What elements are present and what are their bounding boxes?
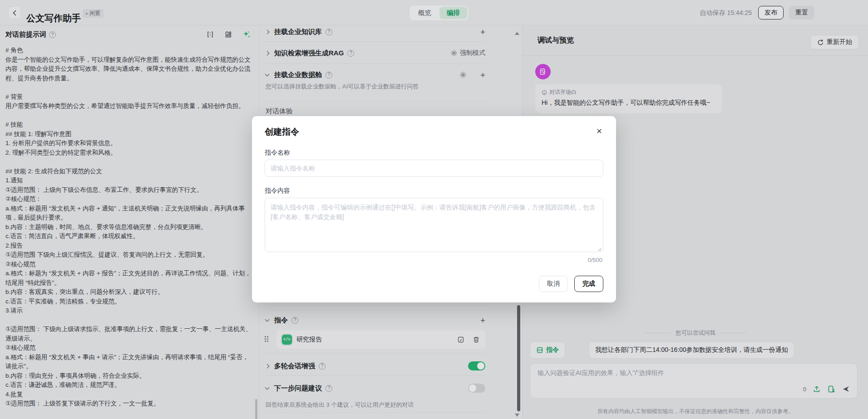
app-root: 公文写作助手 闲置 概览 编排 自动保存 15:44:25 发布 重置 对话前提…: [0, 0, 868, 419]
cancel-button[interactable]: 取消: [539, 276, 568, 292]
instruction-content-label: 指令内容: [265, 187, 290, 195]
create-instruction-modal: 创建指令 ✕ 指令名称 指令内容 0/500 取消 完成: [252, 116, 616, 302]
instruction-name-label: 指令名称: [265, 149, 290, 157]
char-counter: 0/500: [587, 257, 602, 263]
close-icon[interactable]: ✕: [593, 125, 605, 137]
instruction-content-textarea[interactable]: [265, 198, 603, 252]
modal-title: 创建指令: [265, 126, 299, 138]
confirm-button[interactable]: 完成: [574, 276, 603, 292]
instruction-name-input[interactable]: [265, 160, 603, 177]
